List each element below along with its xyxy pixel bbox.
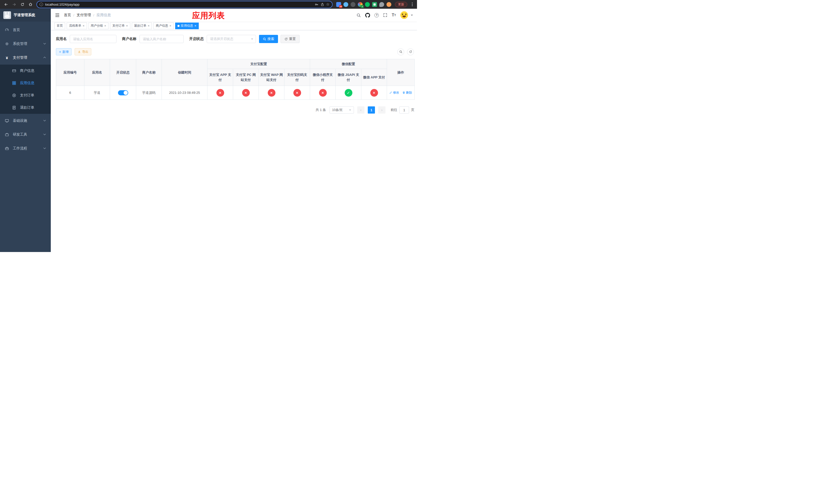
browser-update-button[interactable]: 更新: [395, 2, 407, 7]
coin-icon: [12, 93, 16, 97]
col-wechat-mini: 微信小程序支付: [310, 69, 336, 86]
search-icon[interactable]: [356, 13, 361, 18]
sidebar-item-refund-order[interactable]: 退款订单: [0, 101, 51, 114]
sidebar-logo[interactable]: 芋道管理系统: [0, 9, 51, 22]
merchant-name-input[interactable]: [139, 35, 184, 43]
user-avatar[interactable]: [400, 11, 408, 19]
payment-submenu: 商户信息 应用信息 支付订单 退款订单: [0, 65, 51, 114]
extension-blue-icon[interactable]: 10: [336, 2, 341, 7]
sidebar-item-app-info[interactable]: 应用信息: [0, 77, 51, 89]
address-bar[interactable]: i localhost:1024/pay/app ☆: [37, 1, 332, 8]
grid-icon: [12, 81, 16, 85]
home-icon[interactable]: [27, 1, 34, 8]
delete-link[interactable]: 删除: [402, 91, 412, 95]
font-size-icon[interactable]: TT: [392, 13, 396, 18]
total-count: 共 1 条: [316, 108, 326, 112]
edit-link[interactable]: 修改: [389, 91, 399, 95]
bookmark-star-icon[interactable]: ☆: [326, 2, 330, 7]
password-key-icon[interactable]: [315, 3, 319, 6]
prev-page-button[interactable]: ‹: [357, 107, 365, 114]
sidebar-item-infrastructure[interactable]: 基础设施: [0, 114, 51, 128]
share-icon[interactable]: [321, 3, 324, 6]
site-info-icon[interactable]: i: [40, 3, 43, 6]
dashboard-icon: [5, 28, 9, 32]
url-text[interactable]: localhost:1024/pay/app: [45, 3, 313, 6]
reset-button[interactable]: 重置: [281, 35, 300, 43]
goto-page-input[interactable]: [399, 107, 409, 114]
extension-color-wheel-icon[interactable]: 1: [358, 2, 363, 7]
tab-home[interactable]: 首页: [54, 23, 65, 29]
col-wechat-jsapi: 微信 JSAPI 支付: [336, 69, 361, 86]
app-name-input[interactable]: [70, 35, 116, 43]
logo-image: [3, 11, 11, 19]
cell-status: [110, 86, 136, 100]
refresh-table-button[interactable]: [407, 48, 414, 55]
sidebar: 芋道管理系统 首页 系统管理 ¥ 支付管理: [0, 9, 51, 252]
sidebar-item-dev-tools[interactable]: 研发工具: [0, 128, 51, 141]
alipay-app-status-icon: ×: [216, 89, 224, 97]
col-alipay-app: 支付宝 APP 支付: [207, 69, 233, 86]
navbar-actions: ? TT: [356, 11, 413, 19]
add-button[interactable]: +新增: [56, 48, 71, 55]
breadcrumb-payment[interactable]: 支付管理: [77, 13, 91, 18]
chevron-up-icon: [43, 55, 47, 60]
next-page-button[interactable]: ›: [378, 107, 386, 114]
breadcrumb: 首页 / 支付管理 / 应用信息: [64, 13, 111, 18]
tab-app-info[interactable]: 应用信息×: [175, 23, 199, 29]
sidebar-collapse-icon[interactable]: [55, 13, 60, 18]
close-icon[interactable]: ×: [194, 24, 196, 27]
breadcrumb-home[interactable]: 首页: [64, 13, 71, 18]
document-icon: [12, 106, 16, 110]
forward-icon[interactable]: [11, 1, 18, 8]
tab-merchant-info[interactable]: 商户信息×: [153, 23, 174, 29]
sidebar-item-workflow[interactable]: 工作流程: [0, 141, 51, 155]
close-icon[interactable]: ×: [169, 24, 171, 27]
help-icon[interactable]: ?: [374, 13, 379, 18]
close-icon[interactable]: ×: [104, 24, 106, 27]
col-app-id: 应用编号: [56, 59, 84, 86]
export-button[interactable]: 导出: [74, 48, 91, 55]
credit-card-icon: [12, 69, 16, 73]
extension-avatar-icon[interactable]: [387, 2, 391, 7]
pagination: 共 1 条 10条/页 ‹ 1 › 前往 页: [56, 107, 414, 114]
extension-green-note-icon[interactable]: [372, 2, 377, 7]
app-table: 应用编号 应用名 开启状态 商户名称 创建时间 支付宝配置 微信配置 操作 支付…: [56, 59, 415, 100]
status-toggle[interactable]: [118, 90, 128, 95]
fullscreen-icon[interactable]: [383, 13, 387, 17]
status-select[interactable]: 请选择开启状态: [207, 35, 256, 43]
col-app-name: 应用名: [84, 59, 110, 86]
sidebar-item-pay-order[interactable]: 支付订单: [0, 89, 51, 101]
sidebar-item-system[interactable]: 系统管理: [0, 37, 51, 51]
extension-wechat-devtools-icon[interactable]: [365, 2, 370, 7]
sidebar-item-merchant-info[interactable]: 商户信息: [0, 65, 51, 77]
sidebar-item-home[interactable]: 首页: [0, 23, 51, 37]
back-icon[interactable]: [3, 1, 9, 8]
close-icon[interactable]: ×: [148, 24, 150, 27]
tab-refund-order[interactable]: 退款订单×: [132, 23, 152, 29]
extension-pin-icon[interactable]: [379, 2, 384, 7]
github-icon[interactable]: [365, 13, 370, 18]
breadcrumb-current: 应用信息: [96, 13, 111, 18]
sidebar-item-payment[interactable]: ¥ 支付管理: [0, 51, 51, 65]
toggle-search-button[interactable]: [397, 48, 404, 55]
search-button[interactable]: 搜索: [259, 35, 278, 43]
close-icon[interactable]: ×: [126, 24, 128, 27]
extension-dark-circle-icon[interactable]: [351, 2, 355, 7]
page-size-select[interactable]: 10条/页: [330, 107, 354, 114]
reload-icon[interactable]: [19, 1, 26, 8]
tab-user-group[interactable]: 用户分组×: [88, 23, 109, 29]
extension-icons: 10 1: [336, 2, 391, 7]
alipay-pc-status-icon: ×: [242, 89, 250, 97]
col-alipay-wap: 支付宝 WAP 网站支付: [259, 69, 284, 86]
extension-drop-icon[interactable]: [344, 2, 348, 7]
group-wechat-config: 微信配置: [310, 59, 387, 69]
col-alipay-qr: 支付宝扫码支付: [284, 69, 310, 86]
close-icon[interactable]: ×: [83, 24, 85, 27]
avatar-caret-icon[interactable]: [411, 15, 413, 16]
page-1-button[interactable]: 1: [368, 107, 375, 114]
tab-process-form[interactable]: 流程表单×: [67, 23, 87, 29]
col-action: 操作: [387, 59, 415, 86]
browser-menu-icon[interactable]: [410, 2, 414, 7]
tab-pay-order[interactable]: 支付订单×: [110, 23, 130, 29]
col-alipay-pc: 支付宝 PC 网站支付: [233, 69, 259, 86]
